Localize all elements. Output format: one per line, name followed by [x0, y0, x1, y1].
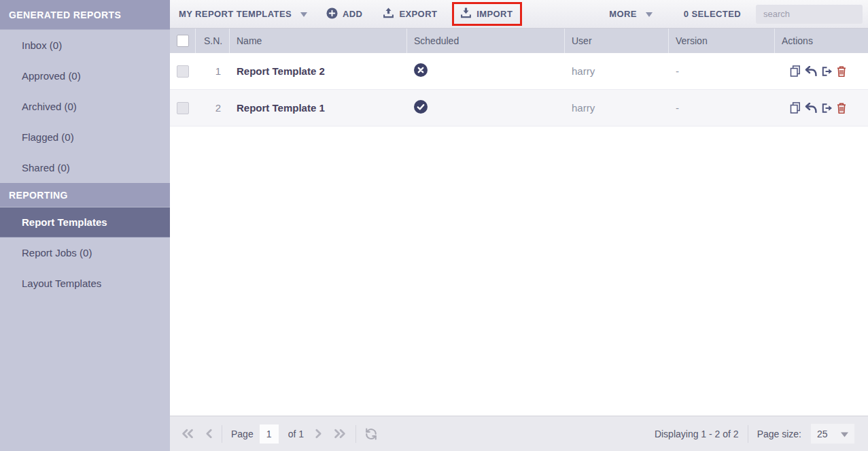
selected-count: 0 SELECTED [684, 9, 741, 19]
sidebar-section-label: REPORTING [9, 190, 68, 201]
column-header-version: Version [669, 29, 775, 53]
report-templates-dropdown[interactable]: MY REPORT TEMPLATES [179, 9, 307, 19]
column-header-sn: S.N. [196, 29, 230, 53]
row-user: harry [565, 102, 669, 114]
sidebar-item-report-jobs[interactable]: Report Jobs (0) [0, 237, 170, 268]
page-size-label: Page size: [757, 429, 801, 439]
import-button[interactable]: IMPORT [460, 7, 513, 20]
sidebar-section-label: GENERATED REPORTS [9, 10, 121, 20]
sidebar: GENERATED REPORTS Inbox (0) Approved (0)… [0, 0, 170, 451]
export-button[interactable]: EXPORT [383, 7, 437, 20]
row-version: - [669, 102, 775, 114]
sidebar-item-label: Shared (0) [22, 162, 70, 173]
export-button-label: EXPORT [399, 9, 437, 19]
sidebar-section-reporting: REPORTING [0, 183, 170, 207]
page-size-select[interactable]: 25 [811, 424, 854, 444]
row-sn: 2 [196, 102, 230, 114]
check-circle-icon [414, 100, 428, 116]
table-row: 2 Report Template 1 harry - [170, 90, 868, 127]
table-row: 1 Report Template 2 harry - [170, 53, 868, 90]
row-checkbox-cell [170, 102, 196, 114]
report-templates-dropdown-label: MY REPORT TEMPLATES [179, 9, 292, 19]
sidebar-item-inbox[interactable]: Inbox (0) [0, 30, 170, 61]
download-icon [460, 7, 472, 20]
more-dropdown[interactable]: MORE [609, 9, 653, 19]
plus-circle-icon [326, 7, 338, 21]
sidebar-item-report-templates[interactable]: Report Templates [0, 207, 170, 237]
import-highlight-box: IMPORT [452, 2, 522, 26]
toolbar-right: MORE 0 SELECTED [609, 5, 868, 24]
column-header-name: Name [230, 29, 407, 53]
column-header-scheduled: Scheduled [407, 29, 565, 53]
sidebar-item-label: Report Jobs (0) [22, 247, 92, 258]
sidebar-item-flagged[interactable]: Flagged (0) [0, 122, 170, 152]
page-size-value: 25 [817, 429, 828, 439]
sidebar-filler [0, 299, 170, 451]
select-all-cell [170, 29, 196, 53]
export-row-icon[interactable] [821, 103, 833, 114]
delete-icon[interactable] [837, 103, 846, 114]
undo-icon[interactable] [805, 103, 817, 113]
next-page-icon[interactable] [315, 429, 323, 439]
pagination-bar: Page of 1 Displaying 1 - 2 of 2 Page siz… [170, 416, 868, 451]
upload-icon [383, 7, 394, 20]
sidebar-item-label: Flagged (0) [22, 131, 74, 143]
sidebar-item-approved[interactable]: Approved (0) [0, 61, 170, 91]
row-scheduled-cell [407, 100, 565, 116]
table-empty-area [170, 127, 868, 416]
sidebar-item-label: Report Templates [22, 216, 107, 228]
pagination-right: Displaying 1 - 2 of 2 Page size: 25 [655, 424, 868, 444]
page-label: Page [231, 429, 254, 439]
search-input[interactable] [756, 5, 863, 24]
add-button[interactable]: ADD [326, 7, 362, 21]
more-dropdown-label: MORE [609, 9, 637, 19]
main-panel: MY REPORT TEMPLATES ADD EXPORT [170, 0, 868, 451]
row-scheduled-cell [407, 63, 565, 79]
copy-icon[interactable] [790, 65, 801, 77]
row-actions [775, 102, 868, 114]
sidebar-section-generated-reports: GENERATED REPORTS [0, 0, 170, 30]
export-row-icon[interactable] [821, 66, 833, 77]
sidebar-item-label: Archived (0) [22, 101, 77, 112]
toolbar: MY REPORT TEMPLATES ADD EXPORT [170, 0, 868, 29]
row-checkbox[interactable] [177, 102, 189, 114]
chevron-down-icon [646, 9, 653, 19]
row-checkbox[interactable] [177, 65, 189, 78]
sidebar-item-shared[interactable]: Shared (0) [0, 152, 170, 183]
row-name[interactable]: Report Template 2 [230, 65, 407, 77]
pagination-divider [222, 425, 222, 443]
pagination-divider [748, 425, 748, 443]
row-user: harry [565, 65, 669, 77]
sidebar-item-archived[interactable]: Archived (0) [0, 91, 170, 122]
previous-page-icon[interactable] [205, 429, 213, 439]
page-of-label: of 1 [288, 429, 304, 439]
copy-icon[interactable] [790, 102, 801, 114]
sidebar-item-layout-templates[interactable]: Layout Templates [0, 268, 170, 299]
sidebar-item-label: Layout Templates [22, 278, 101, 289]
refresh-icon[interactable] [365, 428, 377, 440]
sidebar-item-label: Approved (0) [22, 70, 81, 82]
column-header-user: User [565, 29, 669, 53]
row-name[interactable]: Report Template 1 [230, 102, 407, 114]
page-number-input[interactable] [260, 424, 279, 444]
chevron-down-icon [300, 9, 307, 19]
undo-icon[interactable] [805, 66, 817, 76]
row-sn: 1 [196, 65, 230, 77]
displaying-text: Displaying 1 - 2 of 2 [655, 429, 739, 439]
x-circle-icon [414, 63, 428, 79]
delete-icon[interactable] [837, 66, 846, 77]
row-checkbox-cell [170, 65, 196, 78]
sidebar-item-label: Inbox (0) [22, 39, 62, 51]
table-header: S.N. Name Scheduled User Version Actions [170, 29, 868, 53]
chevron-down-icon [841, 429, 848, 439]
add-button-label: ADD [343, 9, 362, 19]
row-actions [775, 65, 868, 77]
row-version: - [669, 65, 775, 77]
pagination-divider [355, 425, 356, 443]
import-button-label: IMPORT [476, 9, 513, 19]
first-page-icon[interactable] [181, 429, 194, 439]
last-page-icon[interactable] [334, 429, 347, 439]
column-header-actions: Actions [775, 29, 868, 53]
select-all-checkbox[interactable] [177, 35, 189, 47]
app-window: GENERATED REPORTS Inbox (0) Approved (0)… [0, 0, 868, 451]
